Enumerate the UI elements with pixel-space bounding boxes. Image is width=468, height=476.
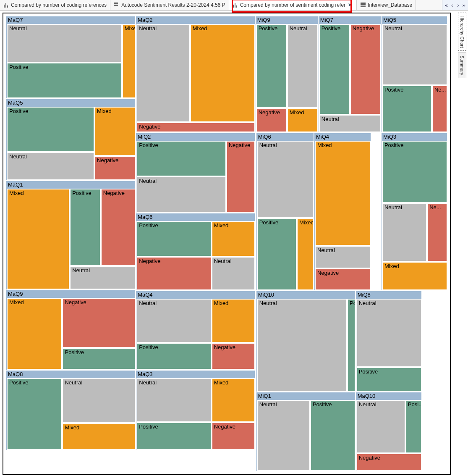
treemap-group[interactable]: MiQ10NeutralPositive: [256, 291, 356, 392]
treemap-cell[interactable]: Mixed: [212, 299, 255, 343]
tab-coding-refs[interactable]: Compared by number of coding references: [0, 0, 110, 10]
treemap-cell[interactable]: Neutral: [136, 299, 212, 343]
treemap-group[interactable]: MaQ5PositiveMixedNeutralNegative: [6, 99, 136, 181]
treemap-cell[interactable]: Positive: [7, 378, 62, 450]
treemap-group[interactable]: MiQ7PositiveNegativeNeutral: [318, 16, 381, 133]
treemap-group[interactable]: MaQ10NeutralPosi...Negative: [356, 392, 422, 471]
treemap-cell[interactable]: Positive: [319, 24, 350, 115]
treemap-cell[interactable]: Neutral: [62, 378, 136, 423]
treemap-cell[interactable]: Positive: [256, 24, 287, 108]
treemap-cell[interactable]: Neutral: [315, 246, 371, 268]
treemap-group[interactable]: MaQ1MixedPositiveNegativeNeutral: [6, 181, 136, 289]
tab-label: Compared by number of coding references: [11, 2, 107, 8]
treemap-cell[interactable]: Positive: [7, 107, 94, 152]
treemap-cell[interactable]: Negative: [136, 257, 212, 290]
treemap-cell[interactable]: Mixed: [212, 378, 255, 422]
treemap-cell[interactable]: Positive: [382, 85, 432, 132]
treemap-cell[interactable]: Neutral: [382, 203, 427, 262]
treemap-cell[interactable]: Positive: [257, 218, 297, 290]
treemap-group[interactable]: MaQ6PositiveMixedNegativeNeutral: [136, 213, 255, 291]
treemap-cell[interactable]: Mixed: [7, 189, 70, 289]
treemap-cell[interactable]: Neutral: [287, 24, 318, 108]
treemap-cell[interactable]: Neutral: [257, 299, 347, 392]
treemap-group[interactable]: MaQ3NeutralMixedPositiveNegative: [136, 370, 255, 450]
tab-interview-db[interactable]: Interview_Database: [357, 0, 416, 10]
treemap-cell[interactable]: Neutral: [319, 115, 381, 132]
treemap-group[interactable]: MaQ2NeutralMixedNegative: [136, 16, 255, 133]
tab-nav-last-icon[interactable]: »: [461, 2, 466, 8]
treemap-group[interactable]: MaQ7NeutralMixedPositive: [6, 16, 136, 99]
treemap-cell[interactable]: Neutral: [136, 176, 226, 213]
treemap-cell[interactable]: Positive: [136, 343, 212, 370]
treemap-cell[interactable]: Mixed: [212, 221, 255, 257]
treemap-cell[interactable]: Neutral: [212, 257, 255, 290]
grid-icon: [114, 2, 120, 8]
treemap-cell[interactable]: Negative: [62, 298, 136, 348]
treemap-cell[interactable]: Ne...: [432, 85, 447, 132]
svg-rect-7: [233, 5, 234, 8]
treemap-cell[interactable]: Mixed: [94, 107, 136, 156]
tab-nav-first-icon[interactable]: «: [444, 2, 449, 8]
treemap-group[interactable]: MaQ4NeutralMixedPositiveNegative: [136, 291, 255, 370]
treemap-cell[interactable]: Mixed: [287, 108, 318, 132]
treemap-cell[interactable]: Positive: [356, 367, 422, 392]
treemap-cell[interactable]: Neutral: [136, 24, 190, 122]
treemap-cell[interactable]: Posi...: [405, 400, 422, 453]
treemap-group[interactable]: MaQ8PositiveNeutralMixed: [6, 370, 136, 450]
treemap-group[interactable]: MiQ1NeutralPositive: [256, 392, 356, 471]
treemap-cell[interactable]: Neutral: [382, 24, 447, 85]
treemap-cell[interactable]: Mixed: [122, 24, 136, 98]
tab-nav-next-icon[interactable]: ›: [455, 2, 460, 8]
treemap-cell[interactable]: Positive: [310, 400, 356, 471]
side-tab-summary[interactable]: Summary: [458, 53, 466, 78]
treemap-cell[interactable]: Negative: [315, 268, 371, 290]
treemap-cell[interactable]: Ne...: [427, 203, 447, 262]
treemap-cell[interactable]: Negative: [94, 156, 136, 180]
treemap-cell[interactable]: Neutral: [257, 141, 314, 218]
treemap-cell[interactable]: Neutral: [136, 378, 212, 422]
treemap-cell[interactable]: Negative: [212, 422, 255, 450]
treemap-cell[interactable]: Negative: [256, 108, 287, 132]
treemap-cell[interactable]: Neutral: [7, 152, 94, 181]
treemap-group[interactable]: MiQ4MixedNeutralNegative: [314, 133, 371, 291]
tab-autocode-results[interactable]: Autocode Sentiment Results 2-20-2024 4.5…: [110, 0, 229, 10]
hierarchy-treemap[interactable]: MaQ7NeutralMixedPositiveMaQ5PositiveMixe…: [6, 16, 447, 471]
treemap-cell[interactable]: Positive: [7, 63, 122, 99]
treemap-cell[interactable]: Neutral: [257, 400, 310, 471]
treemap-cell[interactable]: Mixed: [382, 262, 447, 290]
treemap-group[interactable]: MiQ2PositiveNegativeNeutral: [136, 133, 255, 213]
treemap-cell[interactable]: Mixed: [297, 218, 314, 290]
treemap-cell[interactable]: Mixed: [7, 298, 62, 370]
treemap-cell[interactable]: Mixed: [315, 141, 371, 246]
treemap-group[interactable]: MiQ3PositiveNeutralNe...Mixed: [381, 133, 447, 291]
treemap-group-label: MaQ1: [6, 181, 135, 188]
side-tab-hierarchy-chart[interactable]: Hierarchy Chart: [458, 13, 466, 51]
treemap-cell[interactable]: Neutral: [7, 24, 122, 63]
tab-sentiment-refs[interactable]: Compared by number of sentiment coding r…: [229, 0, 357, 10]
treemap-cell[interactable]: Neutral: [356, 400, 405, 453]
treemap-group[interactable]: MiQ9PositiveNeutralNegativeMixed: [255, 16, 318, 133]
treemap-cell[interactable]: Negative: [212, 343, 255, 370]
treemap-cell[interactable]: Positive: [136, 221, 212, 257]
treemap-cell[interactable]: Neutral: [356, 299, 422, 368]
tab-nav-prev-icon[interactable]: ‹: [450, 2, 455, 8]
treemap-cell[interactable]: Mixed: [190, 24, 255, 122]
treemap-group[interactable]: MiQ8NeutralPositive: [356, 291, 422, 392]
treemap-group[interactable]: MiQ5NeutralPositiveNe...: [381, 16, 447, 133]
treemap-cell[interactable]: Negative: [226, 141, 255, 213]
treemap-group[interactable]: MiQ6NeutralPositiveMixed: [256, 133, 314, 291]
treemap-cell[interactable]: Neutral: [70, 266, 136, 289]
treemap-cell[interactable]: Positive: [347, 299, 356, 392]
treemap-cell[interactable]: Positive: [136, 141, 226, 177]
treemap-cell[interactable]: Positive: [70, 189, 101, 266]
treemap-cell[interactable]: Positive: [62, 348, 136, 370]
treemap-cell[interactable]: Positive: [382, 141, 447, 203]
treemap-cell[interactable]: Positive: [136, 422, 212, 450]
close-icon[interactable]: ✕: [347, 2, 353, 8]
treemap-group[interactable]: MaQ9MixedNegativePositive: [6, 290, 136, 370]
treemap-cell[interactable]: Negative: [136, 122, 255, 132]
treemap-cell[interactable]: Negative: [356, 453, 422, 471]
treemap-cell[interactable]: Mixed: [62, 423, 136, 450]
treemap-cell[interactable]: Negative: [101, 189, 136, 266]
treemap-cell[interactable]: Negative: [350, 24, 381, 115]
